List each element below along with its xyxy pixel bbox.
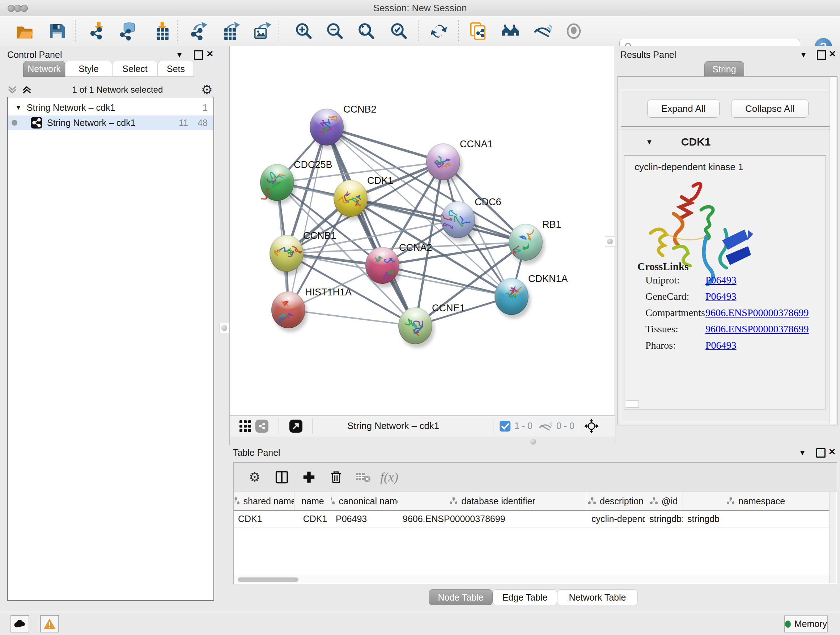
network-node-CCNE1[interactable] [398, 307, 432, 344]
column-header-name[interactable]: name [294, 492, 332, 510]
table-vertical-scrollbar[interactable] [829, 492, 836, 583]
column-source-icon [650, 497, 658, 505]
network-row-selected[interactable]: String Network – cdk1 11 48 [8, 116, 213, 130]
float-panel-icon[interactable] [817, 50, 826, 60]
collapse-panel-icon[interactable]: ▾ [177, 50, 182, 60]
column-header-canonical-name[interactable]: canonical name [332, 492, 398, 510]
card-scrollbar-corner[interactable] [626, 401, 639, 408]
table-cell[interactable]: CDK1 [234, 511, 294, 527]
crosslink-value-link[interactable]: P06493 [706, 274, 737, 286]
warning-button[interactable] [40, 615, 59, 632]
show-columns-icon[interactable] [274, 469, 290, 485]
column-header-description[interactable]: description [587, 492, 645, 510]
table-cell[interactable]: stringdb [683, 511, 829, 527]
crosslink-value-link[interactable]: P06493 [706, 340, 737, 351]
section-collapse-icon[interactable]: ▼ [646, 138, 653, 146]
table-cell[interactable]: 9606.ENSP00000378699 [398, 511, 587, 527]
table-row[interactable]: CDK1CDK1P064939606.ENSP00000378699cyclin… [234, 511, 829, 527]
network-node-CDC6[interactable] [441, 201, 475, 238]
results-vertical-scrollbar[interactable] [829, 77, 836, 424]
left-splitter-handle[interactable] [219, 323, 229, 333]
float-panel-icon[interactable] [194, 50, 203, 60]
function-builder-icon[interactable]: f(x) [381, 469, 397, 485]
network-node-RB1[interactable] [508, 224, 543, 261]
crosslink-value-link[interactable]: P06493 [706, 291, 737, 302]
column-header-database-identifier[interactable]: database identifier [398, 492, 587, 510]
close-panel-icon[interactable]: ✕ [829, 447, 836, 457]
collapse-all-icon[interactable] [7, 84, 19, 95]
tab-network[interactable]: Network [23, 61, 65, 77]
import-table-button[interactable] [151, 21, 172, 41]
right-splitter-handle[interactable] [605, 236, 615, 247]
table-options-gear-icon[interactable]: ⚙ [247, 469, 263, 485]
tree-expand-icon[interactable]: ▼ [15, 104, 22, 111]
network-node-CDK1[interactable] [333, 180, 368, 217]
zoom-fit-button[interactable] [356, 21, 377, 41]
column-header-shared-name[interactable]: shared name [234, 492, 294, 510]
network-node-CCNA1[interactable] [426, 143, 460, 180]
import-database-button[interactable] [118, 21, 139, 41]
gene-section-header[interactable]: ▼ CDK1 [621, 130, 833, 154]
column-header-namespace[interactable]: namespace [683, 492, 829, 510]
table-horizontal-scrollbar[interactable] [234, 576, 829, 583]
grid-view-icon[interactable] [239, 420, 252, 432]
save-session-button[interactable] [47, 21, 67, 41]
collapse-panel-icon[interactable]: ▾ [800, 448, 805, 458]
network-node-CCNB2[interactable] [309, 109, 344, 146]
table-cell[interactable]: stringdb:9... [645, 511, 683, 527]
table-cell[interactable]: cyclin-dependent ... [587, 511, 645, 527]
hide-selected-button[interactable] [532, 21, 553, 41]
tab-network-table[interactable]: Network Table [557, 589, 638, 605]
memory-button[interactable]: Memory [784, 616, 828, 632]
clone-network-button[interactable] [468, 21, 488, 41]
scrollbar-thumb[interactable] [238, 578, 298, 582]
export-network-button[interactable] [188, 21, 209, 41]
selected-checkbox-icon[interactable] [499, 420, 511, 432]
collapse-panel-icon[interactable]: ▾ [801, 50, 806, 60]
collapse-all-button[interactable]: Collapse All [731, 100, 808, 118]
table-cell[interactable]: CDK1 [294, 511, 332, 527]
bundled-apps-button[interactable] [500, 21, 521, 41]
delete-table-icon[interactable] [355, 469, 371, 485]
network-node-CCNB1[interactable] [270, 235, 303, 272]
show-all-button[interactable] [564, 21, 584, 41]
import-network-button[interactable] [88, 21, 108, 41]
tab-string[interactable]: String [704, 61, 744, 77]
hidden-eye-icon[interactable] [538, 421, 553, 432]
network-node-CCNA2[interactable] [365, 247, 399, 284]
network-node-CDC25B[interactable] [260, 164, 294, 201]
float-panel-icon[interactable] [816, 448, 826, 458]
export-image-button[interactable] [252, 21, 272, 41]
tab-style[interactable]: Style [65, 61, 112, 77]
network-canvas[interactable]: CCNB2CCNA1CDC25BCDK1CDC6RB1CCNB1CCNA2CDK… [230, 46, 614, 415]
birds-eye-view-icon[interactable] [289, 420, 302, 432]
delete-column-trash-icon[interactable] [328, 469, 344, 485]
network-collection-row[interactable]: ▼ String Network – cdk1 1 [8, 100, 213, 115]
tab-select[interactable]: Select [112, 61, 158, 77]
clone-network-icon [469, 22, 488, 41]
zoom-out-button[interactable] [325, 21, 345, 41]
network-options-gear-icon[interactable]: ⚙ [201, 83, 213, 96]
network-node-HIST1H1A[interactable] [271, 291, 305, 328]
close-panel-icon[interactable]: ✕ [829, 49, 836, 59]
crosslink-value-link[interactable]: 9606.ENSP00000378699 [706, 323, 808, 335]
share-view-icon[interactable] [256, 420, 268, 432]
column-header-@id[interactable]: @id [645, 492, 683, 510]
export-table-button[interactable] [220, 21, 240, 41]
table-cell[interactable]: P06493 [332, 511, 398, 527]
tab-sets[interactable]: Sets [158, 61, 194, 77]
open-session-button[interactable] [14, 21, 35, 41]
zoom-selected-button[interactable] [389, 21, 409, 41]
fit-content-crosshair-icon[interactable] [584, 419, 599, 433]
zoom-in-button[interactable] [294, 21, 314, 41]
expand-all-button[interactable]: Expand All [647, 100, 720, 118]
create-column-plus-icon[interactable] [301, 469, 317, 485]
tab-node-table[interactable]: Node Table [429, 589, 493, 605]
crosslink-value-link[interactable]: 9606.ENSP00000378699 [706, 307, 808, 318]
close-panel-icon[interactable]: ✕ [206, 49, 213, 59]
refresh-view-button[interactable] [429, 21, 449, 41]
network-node-CDKN1A[interactable] [494, 278, 529, 315]
tab-edge-table[interactable]: Edge Table [493, 589, 557, 605]
cloud-button[interactable] [11, 615, 29, 632]
expand-all-icon[interactable] [22, 84, 34, 95]
